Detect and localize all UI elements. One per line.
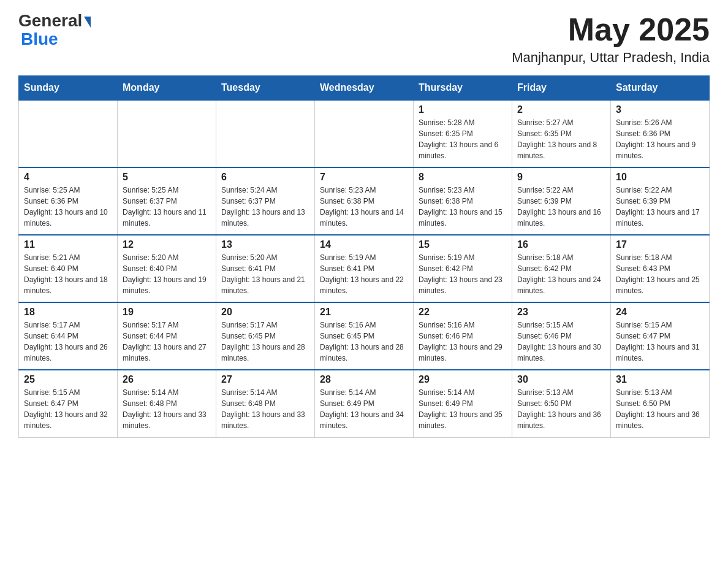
calendar-day <box>19 100 118 167</box>
day-number: 13 <box>221 239 309 250</box>
header: General Blue May 2025 Manjhanpur, Uttar … <box>18 12 710 66</box>
col-thursday: Thursday <box>414 76 512 101</box>
day-info: Sunrise: 5:25 AMSunset: 6:37 PMDaylight:… <box>123 185 211 229</box>
calendar-day: 8Sunrise: 5:23 AMSunset: 6:38 PMDaylight… <box>414 167 512 235</box>
calendar-header-row: Sunday Monday Tuesday Wednesday Thursday… <box>19 76 710 101</box>
calendar-day: 7Sunrise: 5:23 AMSunset: 6:38 PMDaylight… <box>315 167 414 235</box>
calendar-day: 21Sunrise: 5:16 AMSunset: 6:45 PMDayligh… <box>315 302 414 370</box>
calendar-day: 19Sunrise: 5:17 AMSunset: 6:44 PMDayligh… <box>118 302 216 370</box>
day-info: Sunrise: 5:18 AMSunset: 6:42 PMDaylight:… <box>517 252 605 296</box>
day-info: Sunrise: 5:17 AMSunset: 6:44 PMDaylight:… <box>24 320 112 364</box>
day-number: 29 <box>419 374 507 385</box>
day-info: Sunrise: 5:26 AMSunset: 6:36 PMDaylight:… <box>616 117 704 161</box>
calendar-day: 13Sunrise: 5:20 AMSunset: 6:41 PMDayligh… <box>216 235 315 302</box>
col-tuesday: Tuesday <box>216 76 315 101</box>
day-info: Sunrise: 5:17 AMSunset: 6:45 PMDaylight:… <box>221 320 309 364</box>
calendar-day: 16Sunrise: 5:18 AMSunset: 6:42 PMDayligh… <box>512 235 611 302</box>
col-wednesday: Wednesday <box>315 76 414 101</box>
calendar-day: 12Sunrise: 5:20 AMSunset: 6:40 PMDayligh… <box>118 235 216 302</box>
day-number: 8 <box>419 172 507 183</box>
calendar-day: 30Sunrise: 5:13 AMSunset: 6:50 PMDayligh… <box>512 370 611 437</box>
week-row-3: 11Sunrise: 5:21 AMSunset: 6:40 PMDayligh… <box>19 235 710 302</box>
calendar-day: 14Sunrise: 5:19 AMSunset: 6:41 PMDayligh… <box>315 235 414 302</box>
day-info: Sunrise: 5:14 AMSunset: 6:48 PMDaylight:… <box>221 387 309 431</box>
day-number: 12 <box>123 239 211 250</box>
day-number: 17 <box>616 239 704 250</box>
day-number: 21 <box>320 307 408 318</box>
calendar-day: 28Sunrise: 5:14 AMSunset: 6:49 PMDayligh… <box>315 370 414 437</box>
calendar-day: 17Sunrise: 5:18 AMSunset: 6:43 PMDayligh… <box>611 235 710 302</box>
calendar-day: 15Sunrise: 5:19 AMSunset: 6:42 PMDayligh… <box>414 235 512 302</box>
day-number: 18 <box>24 307 112 318</box>
day-info: Sunrise: 5:22 AMSunset: 6:39 PMDaylight:… <box>616 185 704 229</box>
calendar-day: 29Sunrise: 5:14 AMSunset: 6:49 PMDayligh… <box>414 370 512 437</box>
col-saturday: Saturday <box>611 76 710 101</box>
logo-general-text: General <box>18 12 82 29</box>
day-number: 14 <box>320 239 408 250</box>
title-area: May 2025 Manjhanpur, Uttar Pradesh, Indi… <box>512 12 710 66</box>
day-number: 31 <box>616 374 704 385</box>
day-number: 23 <box>517 307 605 318</box>
day-info: Sunrise: 5:22 AMSunset: 6:39 PMDaylight:… <box>517 185 605 229</box>
day-info: Sunrise: 5:15 AMSunset: 6:46 PMDaylight:… <box>517 320 605 364</box>
logo: General Blue <box>18 12 92 49</box>
logo-blue-text: Blue <box>21 29 58 48</box>
calendar-day: 11Sunrise: 5:21 AMSunset: 6:40 PMDayligh… <box>19 235 118 302</box>
day-number: 5 <box>123 172 211 183</box>
col-sunday: Sunday <box>19 76 118 101</box>
day-number: 24 <box>616 307 704 318</box>
calendar-day <box>118 100 216 167</box>
day-info: Sunrise: 5:14 AMSunset: 6:49 PMDaylight:… <box>320 387 408 431</box>
day-number: 15 <box>419 239 507 250</box>
day-number: 10 <box>616 172 704 183</box>
day-number: 7 <box>320 172 408 183</box>
calendar-day: 24Sunrise: 5:15 AMSunset: 6:47 PMDayligh… <box>611 302 710 370</box>
calendar-day: 18Sunrise: 5:17 AMSunset: 6:44 PMDayligh… <box>19 302 118 370</box>
calendar-day: 25Sunrise: 5:15 AMSunset: 6:47 PMDayligh… <box>19 370 118 437</box>
calendar-day: 27Sunrise: 5:14 AMSunset: 6:48 PMDayligh… <box>216 370 315 437</box>
calendar-table: Sunday Monday Tuesday Wednesday Thursday… <box>18 75 710 438</box>
day-number: 4 <box>24 172 112 183</box>
day-info: Sunrise: 5:16 AMSunset: 6:45 PMDaylight:… <box>320 320 408 364</box>
day-number: 30 <box>517 374 605 385</box>
week-row-1: 1Sunrise: 5:28 AMSunset: 6:35 PMDaylight… <box>19 100 710 167</box>
day-info: Sunrise: 5:19 AMSunset: 6:42 PMDaylight:… <box>419 252 507 296</box>
day-info: Sunrise: 5:15 AMSunset: 6:47 PMDaylight:… <box>24 387 112 431</box>
location-title: Manjhanpur, Uttar Pradesh, India <box>512 50 710 66</box>
day-number: 16 <box>517 239 605 250</box>
day-info: Sunrise: 5:17 AMSunset: 6:44 PMDaylight:… <box>123 320 211 364</box>
day-info: Sunrise: 5:14 AMSunset: 6:48 PMDaylight:… <box>123 387 211 431</box>
month-title: May 2025 <box>512 12 710 47</box>
day-info: Sunrise: 5:20 AMSunset: 6:40 PMDaylight:… <box>123 252 211 296</box>
day-number: 26 <box>123 374 211 385</box>
calendar-day: 9Sunrise: 5:22 AMSunset: 6:39 PMDaylight… <box>512 167 611 235</box>
day-info: Sunrise: 5:20 AMSunset: 6:41 PMDaylight:… <box>221 252 309 296</box>
day-number: 28 <box>320 374 408 385</box>
calendar-day: 3Sunrise: 5:26 AMSunset: 6:36 PMDaylight… <box>611 100 710 167</box>
week-row-4: 18Sunrise: 5:17 AMSunset: 6:44 PMDayligh… <box>19 302 710 370</box>
day-number: 22 <box>419 307 507 318</box>
col-monday: Monday <box>118 76 216 101</box>
day-info: Sunrise: 5:23 AMSunset: 6:38 PMDaylight:… <box>419 185 507 229</box>
calendar-day: 1Sunrise: 5:28 AMSunset: 6:35 PMDaylight… <box>414 100 512 167</box>
day-number: 9 <box>517 172 605 183</box>
calendar-day: 10Sunrise: 5:22 AMSunset: 6:39 PMDayligh… <box>611 167 710 235</box>
calendar-day <box>315 100 414 167</box>
calendar-day: 26Sunrise: 5:14 AMSunset: 6:48 PMDayligh… <box>118 370 216 437</box>
day-info: Sunrise: 5:13 AMSunset: 6:50 PMDaylight:… <box>616 387 704 431</box>
calendar-day: 5Sunrise: 5:25 AMSunset: 6:37 PMDaylight… <box>118 167 216 235</box>
day-info: Sunrise: 5:15 AMSunset: 6:47 PMDaylight:… <box>616 320 704 364</box>
day-info: Sunrise: 5:13 AMSunset: 6:50 PMDaylight:… <box>517 387 605 431</box>
calendar-day: 2Sunrise: 5:27 AMSunset: 6:35 PMDaylight… <box>512 100 611 167</box>
calendar-day: 22Sunrise: 5:16 AMSunset: 6:46 PMDayligh… <box>414 302 512 370</box>
day-info: Sunrise: 5:14 AMSunset: 6:49 PMDaylight:… <box>419 387 507 431</box>
calendar-day: 20Sunrise: 5:17 AMSunset: 6:45 PMDayligh… <box>216 302 315 370</box>
calendar-day: 23Sunrise: 5:15 AMSunset: 6:46 PMDayligh… <box>512 302 611 370</box>
calendar-day: 4Sunrise: 5:25 AMSunset: 6:36 PMDaylight… <box>19 167 118 235</box>
day-number: 1 <box>419 104 507 115</box>
day-info: Sunrise: 5:16 AMSunset: 6:46 PMDaylight:… <box>419 320 507 364</box>
day-info: Sunrise: 5:18 AMSunset: 6:43 PMDaylight:… <box>616 252 704 296</box>
day-info: Sunrise: 5:25 AMSunset: 6:36 PMDaylight:… <box>24 185 112 229</box>
day-info: Sunrise: 5:23 AMSunset: 6:38 PMDaylight:… <box>320 185 408 229</box>
day-info: Sunrise: 5:24 AMSunset: 6:37 PMDaylight:… <box>221 185 309 229</box>
